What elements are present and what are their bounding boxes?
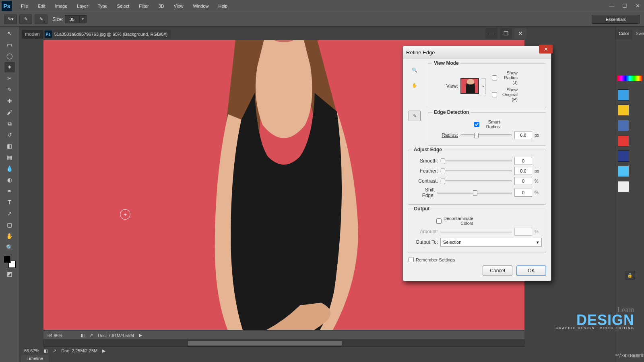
radius-value[interactable]: 6.8 xyxy=(514,131,532,139)
timeline-panel-tab[interactable]: Timeline xyxy=(21,355,49,362)
status-icon-a[interactable]: ◧ xyxy=(80,333,85,338)
doc-minimize-icon[interactable]: — xyxy=(485,28,497,39)
output-to-select[interactable]: Selection▾ xyxy=(440,238,542,247)
blur-tool-icon[interactable]: 💧 xyxy=(4,163,15,174)
view-dropdown-icon[interactable]: ▼ xyxy=(481,78,485,94)
quick-selection-tool-icon[interactable]: ✶ xyxy=(4,62,15,72)
tool-preset-icon[interactable]: ✎▾ xyxy=(4,14,17,24)
zoom-level-inner[interactable]: 64.96% xyxy=(47,333,76,338)
fx-icon[interactable]: ƒx xyxy=(619,353,624,358)
dodge-tool-icon[interactable]: ◐ xyxy=(4,175,15,185)
show-original-checkbox[interactable]: Show Original (P) xyxy=(492,87,518,102)
eyedropper-tool-icon[interactable]: ✎ xyxy=(4,84,15,95)
size-field[interactable]: 35 xyxy=(65,15,79,23)
hand-tool-icon[interactable]: ✋ xyxy=(4,231,15,241)
window-close-icon[interactable]: ✕ xyxy=(631,2,644,10)
history-brush-tool-icon[interactable]: ↺ xyxy=(4,130,15,140)
swatch-item[interactable] xyxy=(618,120,629,131)
brush-tool-icon[interactable]: 🖌 xyxy=(4,107,15,117)
view-thumbnail[interactable] xyxy=(460,78,479,94)
radius-slider[interactable] xyxy=(460,134,512,136)
mask-icon[interactable]: ◐ xyxy=(624,353,628,358)
color-ramp[interactable] xyxy=(617,76,642,81)
dialog-close-button[interactable]: ✕ xyxy=(539,45,553,53)
smart-radius-checkbox[interactable]: Smart Radius xyxy=(474,119,500,129)
path-selection-tool-icon[interactable]: ↗ xyxy=(4,208,15,219)
status-play-icon[interactable]: ▶ xyxy=(139,333,142,338)
pen-tool-icon[interactable]: ✒ xyxy=(4,186,15,196)
dialog-refine-radius-tool-icon[interactable]: ✎ xyxy=(409,111,421,121)
lock-icon[interactable]: 🔒 xyxy=(625,271,635,280)
menu-file[interactable]: File xyxy=(16,2,33,10)
healing-brush-tool-icon[interactable]: ✚ xyxy=(4,96,15,106)
feather-slider[interactable] xyxy=(440,170,512,172)
crop-tool-icon[interactable]: ✂ xyxy=(4,73,15,84)
swatch-item[interactable] xyxy=(618,166,629,177)
remember-settings-checkbox[interactable]: Remember Settings xyxy=(409,257,546,262)
smooth-slider[interactable] xyxy=(440,160,512,162)
window-minimize-icon[interactable]: — xyxy=(605,2,618,10)
window-maximize-icon[interactable]: ☐ xyxy=(618,2,631,10)
folder-icon[interactable]: ▣ xyxy=(632,353,636,358)
status-icon-d[interactable]: ↗ xyxy=(53,348,56,354)
show-radius-checkbox[interactable]: Show Radius (J) xyxy=(492,70,518,85)
doc-restore-icon[interactable]: ❐ xyxy=(500,28,512,39)
tab-color[interactable]: Color xyxy=(615,30,632,39)
status-play-icon-2[interactable]: ▶ xyxy=(102,348,105,354)
cancel-button[interactable]: Cancel xyxy=(483,265,512,276)
horizontal-scrollbar[interactable] xyxy=(43,339,524,347)
tab-swatches[interactable]: Swatches xyxy=(632,30,644,39)
swatch-item[interactable] xyxy=(618,105,629,116)
menu-view[interactable]: View xyxy=(169,2,188,10)
swatch-item[interactable] xyxy=(618,89,629,101)
link-layers-icon[interactable]: ⚯ xyxy=(615,353,619,358)
zoom-level-outer[interactable]: 66.67% xyxy=(24,348,39,353)
doc-close-icon[interactable]: ✕ xyxy=(514,28,526,39)
menu-edit[interactable]: Edit xyxy=(33,2,50,10)
move-tool-icon[interactable]: ↖ xyxy=(4,28,15,39)
foreground-background-colors[interactable] xyxy=(4,256,16,268)
decontaminate-colors-checkbox[interactable]: Decontaminate Colors xyxy=(436,216,462,226)
zoom-tool-icon[interactable]: 🔍 xyxy=(4,242,15,253)
feather-value[interactable]: 0.0 xyxy=(514,167,532,175)
size-dropdown-icon[interactable]: ▼ xyxy=(79,15,87,23)
menu-help[interactable]: Help xyxy=(214,2,233,10)
contrast-slider[interactable] xyxy=(440,180,512,182)
menu-type[interactable]: Type xyxy=(93,2,112,10)
dialog-zoom-tool-icon[interactable]: 🔍 xyxy=(409,65,421,75)
menu-image[interactable]: Image xyxy=(50,2,72,10)
smooth-value[interactable]: 0 xyxy=(514,157,532,165)
adjustment-icon[interactable]: ◑ xyxy=(628,353,632,358)
dialog-hand-tool-icon[interactable]: ✋ xyxy=(409,80,421,90)
contrast-value[interactable]: 0 xyxy=(514,177,532,185)
type-tool-icon[interactable]: T xyxy=(4,197,15,208)
marquee-tool-icon[interactable]: ▭ xyxy=(4,39,15,50)
clone-stamp-tool-icon[interactable]: ⧉ xyxy=(4,118,15,129)
quick-mask-icon[interactable]: ◩ xyxy=(4,269,15,279)
rectangle-tool-icon[interactable]: ▢ xyxy=(4,220,15,230)
ok-button[interactable]: OK xyxy=(516,265,546,276)
menu-window[interactable]: Window xyxy=(188,2,213,10)
document-tab-background[interactable]: moden xyxy=(22,30,43,39)
menu-layer[interactable]: Layer xyxy=(72,2,93,10)
dialog-title[interactable]: Refine Edge xyxy=(403,46,551,59)
trash-icon[interactable]: 🗑 xyxy=(640,353,644,358)
swatch-item[interactable] xyxy=(618,135,629,146)
status-icon-c[interactable]: ◧ xyxy=(44,348,48,354)
document-tab-active[interactable]: Ps 51a3581a6d95796763.jpg @ 65% (Backgro… xyxy=(43,30,171,39)
eraser-tool-icon[interactable]: ◧ xyxy=(4,141,15,151)
shift-edge-value[interactable]: 0 xyxy=(514,189,532,197)
status-icon-b[interactable]: ↗ xyxy=(89,333,93,338)
lasso-tool-icon[interactable]: ◯ xyxy=(4,51,15,61)
shift-edge-slider[interactable] xyxy=(437,192,512,194)
new-layer-icon[interactable]: ▦ xyxy=(636,353,640,358)
workspace-switcher[interactable]: Essentials xyxy=(592,15,640,24)
menu-select[interactable]: Select xyxy=(112,2,134,10)
swatch-item[interactable] xyxy=(618,150,629,162)
swatch-item[interactable] xyxy=(618,181,629,192)
erase-refinements-tool-icon[interactable]: ✎ xyxy=(35,14,47,24)
menu-3d[interactable]: 3D xyxy=(154,2,169,10)
gradient-tool-icon[interactable]: ▦ xyxy=(4,152,15,162)
menu-filter[interactable]: Filter xyxy=(134,2,153,10)
refine-radius-tool-icon[interactable]: ✎ xyxy=(19,14,32,24)
